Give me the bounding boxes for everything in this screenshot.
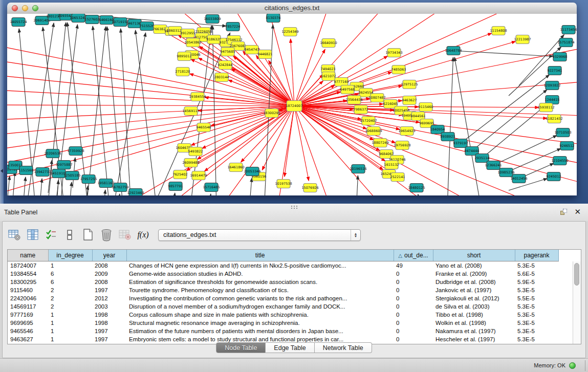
tab-edge-table[interactable]: Edge Table [266,342,314,353]
table-cell[interactable]: 22420046 [8,294,48,302]
table-cell[interactable]: de Silva et al. (2003) [433,302,515,311]
table-cell[interactable]: 1 [48,327,92,335]
network-node[interactable]: 16461860 [227,163,244,172]
select-columns-icon[interactable] [26,229,39,242]
select-rows-icon[interactable] [45,229,57,242]
network-node[interactable]: 19384554 [189,93,206,101]
column-header-out_de[interactable]: △out_de... [394,250,433,261]
network-node[interactable]: 19734343 [385,49,402,57]
row-height-icon[interactable] [63,229,76,242]
network-node[interactable]: 9379197 [453,139,468,148]
network-node[interactable]: 7986372 [354,105,368,114]
network-node[interactable]: 26099489 [182,159,199,167]
table-cell[interactable]: 18724007 [8,261,48,270]
network-node[interactable]: 9446821 [258,50,273,59]
table-cell[interactable]: 2 [48,302,92,311]
network-node[interactable]: 9329968 [553,53,568,61]
network-node[interactable]: 18300295 [263,109,280,118]
table-cell[interactable]: Changes of HCN gene expression and I(f) … [126,261,394,270]
table-cell[interactable]: Franke et al. (2009) [433,270,515,278]
column-header-name[interactable]: name [8,250,48,261]
network-node[interactable]: 16782759 [112,183,128,192]
network-node[interactable]: 16914479 [190,171,207,180]
table-cell[interactable]: Estimation of the future numbers of pati… [126,327,394,335]
table-cell[interactable]: Wolkin et al. (1998) [433,319,515,327]
network-node[interactable]: 9242844 [218,61,233,70]
table-cell[interactable]: 5.3E-5 [515,327,558,335]
splitter-grip-icon[interactable] [290,205,298,209]
network-node[interactable]: 19654923 [398,127,415,136]
network-node[interactable]: 2803144 [214,73,229,82]
network-node[interactable]: 17957255 [80,175,97,184]
network-node[interactable]: 15720407 [360,117,377,125]
table-row[interactable]: 1938455462009Genome-wide association stu… [8,270,558,278]
table-cell[interactable]: 2003 [92,302,126,311]
table-cell[interactable]: Estimation of significance thresholds fo… [126,278,394,286]
network-node[interactable]: 10196516 [350,165,366,173]
network-node[interactable]: 11173456 [560,26,577,34]
network-node[interactable]: 10807487 [368,94,385,102]
table-cell[interactable]: Tibbo et al. (1998) [433,311,515,319]
network-node[interactable]: 14569117 [182,107,199,116]
table-cell[interactable]: Stergiakouli et al. (2012) [433,294,515,302]
column-header-title[interactable]: title [126,250,394,261]
network-node[interactable]: 18480125 [408,184,425,192]
tab-node-table[interactable]: Node Table [216,342,266,353]
network-window-titlebar[interactable]: citations_edges.txt [7,3,577,14]
table-cell[interactable]: 19384554 [8,270,48,278]
network-node[interactable]: 9895012 [177,52,192,61]
table-cell[interactable]: 9777169 [8,311,48,319]
network-node[interactable]: 20053346 [244,167,260,176]
table-cell[interactable]: 0 [394,278,433,286]
table-cell[interactable]: 1998 [92,319,126,327]
table-cell[interactable]: Structural magnetic resonance image aver… [126,319,394,327]
network-node[interactable]: 9115460 [419,103,433,112]
table-cell[interactable]: Corpus callosum shape and size in male p… [126,311,394,319]
network-node[interactable]: 9227341 [548,67,562,75]
network-node[interactable]: 10710503 [554,128,571,137]
table-cell[interactable]: 1 [48,261,92,270]
network-node[interactable]: 18807249 [372,139,388,147]
table-cell[interactable]: 2 [48,286,92,294]
function-builder-icon[interactable]: f(x) [137,229,149,242]
table-cell[interactable]: 0 [394,286,433,294]
table-cell[interactable]: 18300295 [8,278,48,286]
network-node[interactable]: 17359928 [67,147,84,156]
table-cell[interactable]: Investigating the contribution of common… [126,294,394,302]
network-node[interactable]: 9245012 [547,172,561,181]
network-node[interactable]: 12975125 [401,80,418,89]
table-cell[interactable]: 0 [394,270,433,278]
table-cell[interactable]: 0 [394,319,433,327]
network-node[interactable]: 1151568 [19,166,34,175]
table-cell[interactable]: Nakamura et al. (1997) [433,327,515,335]
table-cell[interactable]: 5.3E-5 [515,261,558,270]
network-node[interactable]: 11821432 [546,115,562,123]
delete-column-icon[interactable] [100,229,113,242]
table-row[interactable]: 1456911722003Disruption of a novel membe… [8,302,558,311]
table-cell[interactable]: 5.3E-5 [515,302,558,311]
column-header-year[interactable]: year [92,250,126,261]
table-cell[interactable]: 0 [394,294,433,302]
network-node[interactable]: 7485063 [391,65,406,74]
network-node[interactable]: 10648784 [445,47,462,55]
table-cell[interactable]: 1 [48,319,92,327]
table-cell[interactable]: 1 [48,311,92,319]
table-select[interactable]: citations_edges.txt ▲▼ [158,229,361,241]
network-node[interactable]: 6497568 [340,85,355,94]
table-row[interactable]: 977716911998Corpus callosum shape and si… [8,311,558,319]
table-cell[interactable]: 9699695 [8,319,48,327]
table-cell[interactable]: 49 [394,261,433,270]
table-cell[interactable]: 0 [394,327,433,335]
table-settings-icon[interactable] [8,229,20,242]
network-node[interactable]: 14055724 [10,18,27,27]
network-node[interactable]: 9463627 [402,96,417,105]
table-row[interactable]: 1830029562008Estimation of significance … [8,278,558,286]
table-row[interactable]: 911546021997Tourette syndrome. Phenomeno… [8,286,558,294]
new-table-icon[interactable] [81,229,94,242]
table-cell[interactable]: 1997 [92,286,126,294]
network-node[interactable]: 12093822 [543,81,560,90]
table-cell[interactable]: 1997 [92,327,126,335]
network-canvas[interactable]: 1405572420691406180123342093541210653247… [7,14,577,195]
network-node[interactable]: 20206536 [44,149,61,158]
memory-ok-led-icon[interactable] [569,362,576,369]
